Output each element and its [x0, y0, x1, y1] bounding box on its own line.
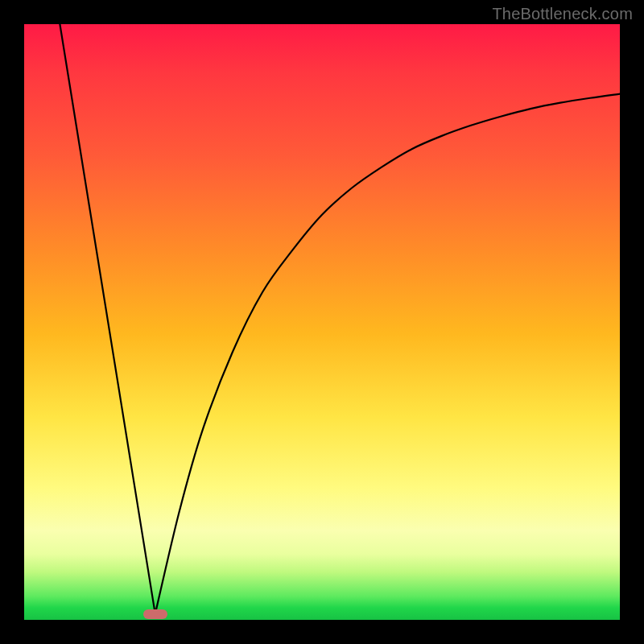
plot-area	[24, 24, 620, 620]
watermark-text: TheBottleneck.com	[492, 5, 633, 23]
curve-svg	[24, 24, 620, 620]
minimum-marker	[143, 609, 167, 619]
curve-path	[60, 24, 620, 614]
chart-frame: TheBottleneck.com	[0, 0, 644, 644]
